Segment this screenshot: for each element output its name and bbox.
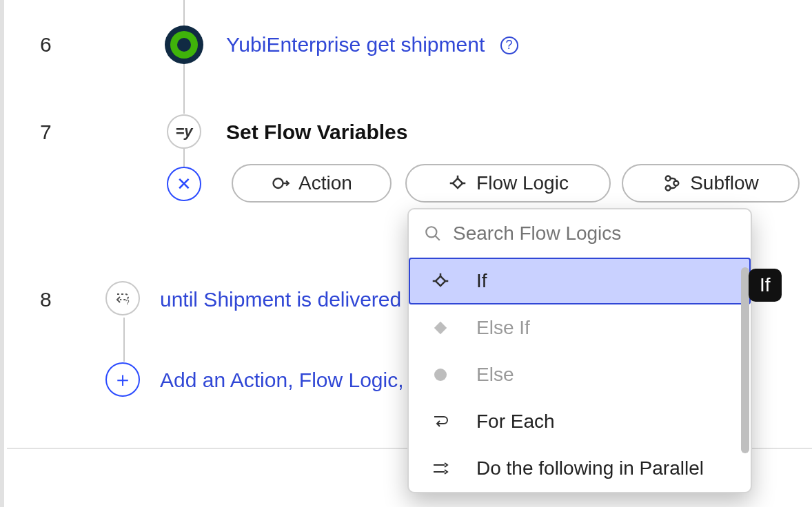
diamond-icon: [428, 315, 453, 340]
loop-icon: [428, 409, 453, 434]
subflow-button-label: Subflow: [690, 172, 759, 194]
svg-point-0: [274, 178, 283, 188]
menu-item-elseif: Else If: [409, 304, 751, 351]
flow-logic-button-label: Flow Logic: [476, 172, 569, 194]
branch-icon: [428, 269, 453, 293]
menu-item-else-label: Else: [476, 364, 514, 386]
action-button-label: Action: [298, 172, 352, 194]
circle-icon: [428, 362, 453, 387]
step-6-text: YubiEnterprise get shipment: [226, 33, 485, 56]
subflow-icon: [662, 174, 682, 193]
search-icon: [424, 225, 442, 242]
tooltip-if: If: [749, 269, 782, 302]
add-step-button[interactable]: ＋: [105, 362, 140, 397]
search-row: [409, 209, 751, 258]
search-input[interactable]: [451, 222, 735, 245]
help-icon[interactable]: ?: [500, 37, 518, 54]
menu-item-if[interactable]: If: [409, 258, 751, 304]
step-7-label[interactable]: Set Flow Variables: [226, 121, 407, 144]
step-6-label[interactable]: YubiEnterprise get shipment ?: [226, 33, 518, 56]
menu-item-parallel[interactable]: Do the following in Parallel: [409, 445, 751, 492]
flow-logic-dropdown: If Else If Else For Each: [407, 208, 752, 493]
menu-item-if-label: If: [476, 270, 487, 292]
menu-item-elseif-label: Else If: [476, 317, 530, 339]
step-number-6: 6: [40, 33, 52, 56]
menu-item-foreach[interactable]: For Each: [409, 398, 751, 445]
svg-point-6: [426, 227, 436, 237]
yubi-node-icon[interactable]: [165, 25, 203, 64]
action-button[interactable]: Action: [232, 164, 392, 203]
step-number-7: 7: [40, 121, 52, 144]
svg-rect-1: [453, 178, 463, 188]
step-number-8: 8: [40, 288, 52, 311]
menu-item-parallel-label: Do the following in Parallel: [476, 457, 704, 479]
svg-point-9: [434, 369, 447, 381]
svg-point-3: [666, 186, 671, 191]
svg-rect-8: [434, 322, 447, 334]
action-icon: [271, 174, 290, 193]
flow-logic-button[interactable]: Flow Logic: [405, 164, 611, 203]
svg-text:?: ?: [125, 299, 130, 307]
set-var-node-icon[interactable]: =y: [167, 114, 201, 149]
menu-item-else: Else: [409, 351, 751, 398]
flow-logic-menu: If Else If Else For Each: [409, 258, 751, 492]
svg-rect-7: [436, 276, 445, 286]
close-insert-button[interactable]: ✕: [167, 167, 201, 201]
parallel-icon: [428, 456, 453, 481]
loop-node-icon[interactable]: ?: [105, 281, 140, 315]
flow-logic-icon: [447, 173, 468, 194]
svg-point-2: [666, 176, 671, 181]
step-8-label[interactable]: until Shipment is delivered: [160, 288, 401, 311]
subflow-button[interactable]: Subflow: [622, 164, 800, 203]
menu-item-foreach-label: For Each: [476, 411, 555, 433]
